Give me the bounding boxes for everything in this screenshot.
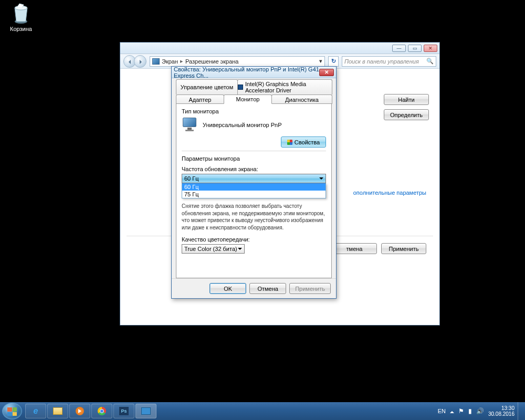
- taskbar-ie[interactable]: e: [25, 404, 46, 418]
- minimize-button[interactable]: —: [392, 45, 406, 52]
- color-quality-value: True Color (32 бита): [184, 246, 237, 252]
- tab-diagnostics[interactable]: Диагностика: [271, 94, 332, 104]
- explorer-titlebar: — ▭ ✕: [120, 43, 439, 54]
- chrome-icon: [98, 407, 106, 415]
- monitor-type-label: Тип монитора: [182, 108, 326, 114]
- control-panel-icon: [152, 58, 160, 65]
- ie-icon: e: [34, 406, 38, 416]
- dialog-title: Свойства: Универсальный монитор PnP и In…: [174, 66, 319, 79]
- chevron-down-icon: [238, 248, 242, 252]
- recycle-bin-icon: [10, 3, 32, 25]
- address-dropdown-icon[interactable]: ▾: [319, 58, 322, 65]
- clock[interactable]: 13:30 30.08.2016: [488, 405, 514, 417]
- taskbar-explorer[interactable]: [47, 404, 68, 418]
- tab-color-management[interactable]: Управление цветом: [176, 79, 238, 94]
- taskbar-photoshop[interactable]: Ps: [113, 404, 134, 418]
- breadcrumb-root: Экран: [162, 58, 178, 65]
- breadcrumb-page: Разрешение экрана: [185, 58, 238, 65]
- tab-intel-driver[interactable]: Intel(R) Graphics Media Accelerator Driv…: [237, 79, 332, 94]
- taskbar-media-player[interactable]: [69, 404, 90, 418]
- refresh-rate-combo[interactable]: 60 Гц: [182, 174, 326, 183]
- dialog-buttons: OK Отмена Применить: [172, 278, 336, 298]
- intel-icon: [238, 85, 243, 90]
- taskbar: e Ps EN ⚑ ▮ 🔊 13:30 30.08.2016: [0, 402, 525, 420]
- tray-expand-icon[interactable]: [450, 409, 454, 413]
- start-button[interactable]: [2, 403, 22, 419]
- taskbar-chrome[interactable]: [91, 404, 112, 418]
- shield-icon: [287, 140, 292, 145]
- refresh-rate-value: 60 Гц: [184, 175, 199, 182]
- color-quality-label: Качество цветопередачи:: [182, 236, 326, 243]
- cancel-button[interactable]: Отмена: [249, 283, 286, 294]
- nav-forward-button[interactable]: [134, 55, 146, 68]
- chevron-down-icon: [319, 177, 323, 182]
- volume-icon[interactable]: 🔊: [476, 407, 484, 415]
- clock-date: 30.08.2016: [488, 411, 514, 417]
- refresh-option-60[interactable]: 60 Гц: [182, 183, 326, 191]
- taskbar-app[interactable]: [135, 404, 156, 418]
- play-icon: [76, 407, 84, 415]
- search-placeholder: Поиск в панели управления: [344, 58, 419, 65]
- tab-panel-monitor: Тип монитора Универсальный монитор PnP С…: [176, 103, 332, 278]
- windows-logo-icon: [7, 407, 17, 416]
- find-button[interactable]: Найти: [384, 94, 429, 105]
- tab-adapter[interactable]: Адаптер: [176, 94, 224, 104]
- ok-button[interactable]: OK: [209, 283, 246, 294]
- tabs: Управление цветом Intel(R) Graphics Medi…: [176, 79, 332, 278]
- action-center-icon[interactable]: ⚑: [458, 407, 464, 415]
- tab-monitor[interactable]: Монитор: [224, 94, 272, 104]
- monitor-properties-button[interactable]: Свойства: [281, 136, 326, 148]
- monitor-properties-dialog: Свойства: Универсальный монитор PnP и In…: [171, 66, 337, 299]
- recycle-bin-label: Корзина: [5, 26, 37, 32]
- advanced-settings-link[interactable]: ополнительные параметры: [353, 190, 426, 196]
- maximize-button[interactable]: ▭: [408, 45, 422, 52]
- search-field[interactable]: Поиск в панели управления 🔍: [342, 56, 436, 67]
- folder-icon: [53, 407, 62, 415]
- system-tray: EN ⚑ ▮ 🔊 13:30 30.08.2016: [438, 405, 518, 417]
- show-desktop-button[interactable]: [518, 402, 523, 420]
- search-icon: 🔍: [426, 58, 434, 65]
- monitor-name: Универсальный монитор PnP: [203, 122, 282, 128]
- dialog-close-button[interactable]: ✕: [319, 69, 334, 76]
- app-icon: [141, 407, 151, 415]
- refresh-button[interactable]: ↻: [328, 56, 339, 67]
- dialog-titlebar[interactable]: Свойства: Универсальный монитор PnP и In…: [172, 67, 336, 78]
- color-quality-combo[interactable]: True Color (32 бита): [182, 244, 245, 254]
- refresh-rate-dropdown: 60 Гц 75 Гц: [182, 183, 326, 198]
- monitor-icon: [182, 118, 198, 132]
- identify-button[interactable]: Определить: [384, 109, 429, 120]
- clock-time: 13:30: [488, 405, 514, 411]
- network-icon[interactable]: ▮: [468, 407, 472, 415]
- close-button[interactable]: ✕: [424, 45, 437, 52]
- apply-button[interactable]: Применить: [289, 283, 331, 294]
- address-bar[interactable]: Экран ▸ Разрешение экрана ▾: [150, 56, 325, 67]
- refresh-rate-label: Частота обновления экрана:: [182, 166, 326, 172]
- language-indicator[interactable]: EN: [438, 408, 446, 414]
- explorer-cancel-button[interactable]: тмена: [332, 243, 377, 254]
- recycle-bin[interactable]: Корзина: [5, 3, 37, 32]
- monitor-params-label: Параметры монитора: [182, 155, 326, 162]
- refresh-hint: Снятие этого флажка позволяет выбрать ча…: [182, 203, 326, 231]
- explorer-apply-button[interactable]: Применить: [381, 243, 426, 254]
- breadcrumb-separator: ▸: [180, 58, 183, 65]
- refresh-option-75[interactable]: 75 Гц: [182, 191, 326, 198]
- photoshop-icon: Ps: [119, 407, 129, 415]
